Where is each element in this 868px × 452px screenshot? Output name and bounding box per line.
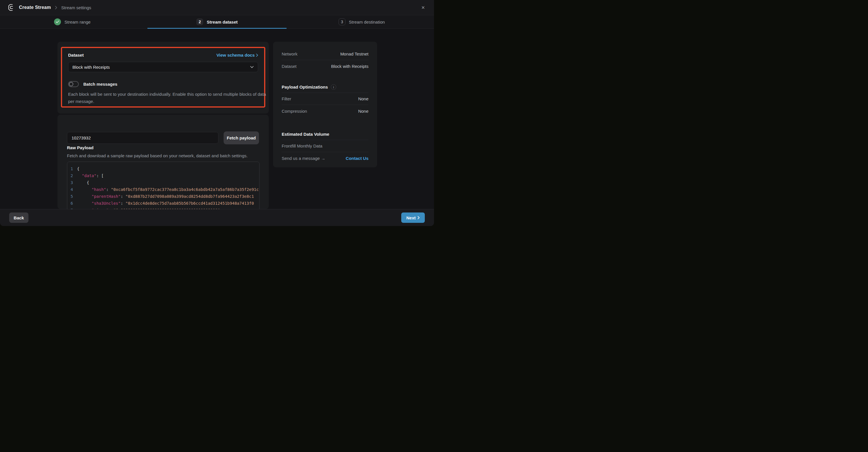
code-text: "parentHash": "0xd887b27dd7098a089a399ac… xyxy=(77,193,254,200)
code-lines: 1{2 "data": [3 {4 "hash": "0xca6fbcf5f8a… xyxy=(67,165,259,209)
view-schema-docs-text: View schema docs xyxy=(216,53,255,58)
page-title: Create Stream xyxy=(19,5,51,10)
step-tabs: Stream range 2 Stream dataset 3 Stream d… xyxy=(0,15,434,29)
code-text: "data": [ xyxy=(77,172,104,179)
code-line: 7 "miner": "0x00000000000000000000000000… xyxy=(67,207,259,209)
step-label: Stream dataset xyxy=(207,20,238,25)
payload-optimizations-header: Payload Optimizations i xyxy=(282,81,369,93)
dataset-label: Dataset xyxy=(68,53,84,58)
dataset-summary-label: Dataset xyxy=(282,64,297,69)
info-icon[interactable]: i xyxy=(331,84,336,90)
code-text: "miner": "0x0000000000000000000000000000… xyxy=(77,207,220,209)
back-button[interactable]: Back xyxy=(9,212,28,223)
app-logo-icon xyxy=(8,4,15,11)
summary-row-filter: Filter None xyxy=(282,93,369,105)
create-stream-modal: Create Stream Stream settings × Stream r… xyxy=(0,0,434,226)
compression-value: None xyxy=(358,109,369,114)
block-number-input[interactable] xyxy=(67,132,218,144)
step-number-badge: 3 xyxy=(339,19,345,25)
fetch-payload-button[interactable]: Fetch payload xyxy=(224,131,259,144)
network-label: Network xyxy=(282,52,298,56)
line-number: 3 xyxy=(67,179,77,186)
step-label: Stream range xyxy=(64,20,91,25)
tab-stream-dataset[interactable]: 2 Stream dataset xyxy=(145,15,289,28)
code-line: 4 "hash": "0xca6fbcf5f8a9772cac377ea8c1b… xyxy=(67,186,259,193)
filter-label: Filter xyxy=(282,96,291,101)
next-button-label: Next xyxy=(406,215,416,220)
next-button[interactable]: Next xyxy=(401,212,425,223)
tab-stream-range[interactable]: Stream range xyxy=(0,15,145,28)
payload-optimizations-heading: Payload Optimizations xyxy=(282,85,328,89)
batch-messages-description: Each block will be sent to your destinat… xyxy=(68,91,267,105)
raw-payload-heading: Raw Payload xyxy=(67,145,94,150)
breadcrumb: Stream settings xyxy=(61,5,91,10)
check-icon xyxy=(54,19,61,25)
estimated-data-volume-heading: Estimated Data Volume xyxy=(282,132,330,137)
chevron-right-icon xyxy=(256,54,258,57)
line-number: 7 xyxy=(67,207,77,209)
step-number-badge: 2 xyxy=(196,19,203,25)
payload-code-editor[interactable]: 1{2 "data": [3 {4 "hash": "0xca6fbcf5f8a… xyxy=(67,161,259,209)
dataset-select-value: Block with Receipts xyxy=(72,65,110,69)
code-text: { xyxy=(77,179,89,186)
batch-messages-toggle[interactable] xyxy=(68,81,79,87)
summary-row-network: Network Monad Testnet xyxy=(282,48,369,60)
summary-row-frontfill: Frontfill Monthly Data xyxy=(282,140,369,152)
frontfill-label: Frontfill Monthly Data xyxy=(282,144,322,148)
dataset-card: Dataset View schema docs Block with Rece… xyxy=(58,42,269,114)
summary-row-compression: Compression None xyxy=(282,105,369,117)
line-number: 6 xyxy=(67,200,77,207)
code-line: 2 "data": [ xyxy=(67,172,259,179)
code-line: 6 "sha3Uncles": "0x1dcc4de8dec75d7aab85b… xyxy=(67,200,259,207)
breadcrumb-chevron-icon xyxy=(55,6,57,9)
line-number: 4 xyxy=(67,186,77,193)
step-label: Stream destination xyxy=(349,20,385,25)
dataset-select[interactable]: Block with Receipts xyxy=(68,62,258,72)
code-text: "sha3Uncles": "0x1dcc4de8dec75d7aab85b56… xyxy=(77,200,254,207)
compression-label: Compression xyxy=(282,109,307,114)
close-icon[interactable]: × xyxy=(419,3,427,11)
code-line: 3 { xyxy=(67,179,259,186)
chevron-down-icon xyxy=(250,66,254,68)
code-text: { xyxy=(77,165,79,172)
line-number: 5 xyxy=(67,193,77,200)
raw-payload-description: Fetch and download a sample raw payload … xyxy=(67,153,248,158)
line-number: 1 xyxy=(67,165,77,172)
contact-us-link[interactable]: Contact Us xyxy=(346,156,369,161)
estimated-data-volume-header: Estimated Data Volume xyxy=(282,128,369,140)
tab-stream-destination[interactable]: 3 Stream destination xyxy=(289,15,434,28)
code-line: 1{ xyxy=(67,165,259,172)
toggle-knob xyxy=(69,82,73,86)
summary-row-dataset: Dataset Block with Receipts xyxy=(282,60,369,72)
summary-row-contact: Send us a message → Contact Us xyxy=(282,152,369,164)
network-value: Monad Testnet xyxy=(340,52,369,56)
payload-card: Fetch payload Raw Payload Fetch and down… xyxy=(58,115,269,209)
view-schema-docs-link[interactable]: View schema docs xyxy=(216,53,258,58)
wizard-footer: Back Next xyxy=(0,209,434,226)
top-bar: Create Stream Stream settings × xyxy=(0,0,434,15)
batch-messages-label: Batch messages xyxy=(83,82,117,87)
contact-message-label: Send us a message → xyxy=(282,156,326,161)
line-number: 2 xyxy=(67,172,77,179)
filter-value: None xyxy=(358,96,369,101)
chevron-right-icon xyxy=(417,216,420,219)
highlight-annotation-box: Dataset View schema docs Block with Rece… xyxy=(61,47,265,108)
active-tab-underline xyxy=(148,28,286,29)
stream-summary-card: Network Monad Testnet Dataset Block with… xyxy=(273,42,377,167)
code-line: 5 "parentHash": "0xd887b27dd7098a089a399… xyxy=(67,193,259,200)
code-text: "hash": "0xca6fbcf5f8a9772cac377ea8c1ba3… xyxy=(77,186,259,193)
dataset-summary-value: Block with Receipts xyxy=(331,64,369,69)
